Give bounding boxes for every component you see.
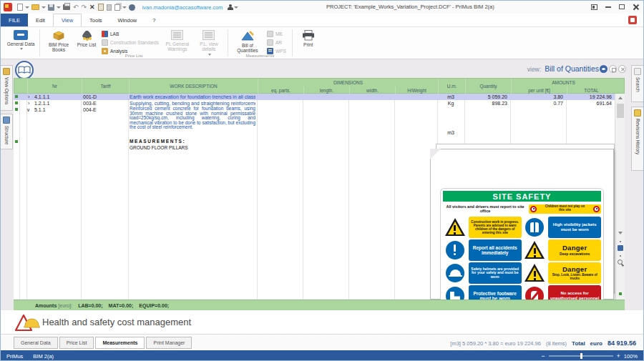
tab-view[interactable]: View bbox=[53, 14, 82, 27]
cell-tariff[interactable]: 001-D bbox=[83, 94, 125, 100]
cell-per-unit[interactable]: 3.80 bbox=[510, 94, 563, 100]
ar-button[interactable]: AR bbox=[267, 39, 286, 46]
copy-caret-icon[interactable] bbox=[122, 6, 127, 9]
view-window-icon[interactable] bbox=[609, 65, 617, 73]
zoom-in-icon[interactable]: + bbox=[617, 352, 620, 360]
new-document-caret-icon[interactable] bbox=[25, 6, 29, 9]
zoom-slider[interactable] bbox=[549, 355, 613, 357]
view-value[interactable]: Bill of Quantities bbox=[545, 64, 599, 73]
tab-help[interactable]: ? bbox=[145, 14, 163, 26]
row-expander-icon[interactable]: › bbox=[28, 100, 29, 107]
split-handle-icon[interactable] bbox=[620, 255, 621, 257]
redo-icon[interactable]: ↷ bbox=[82, 4, 87, 11]
document-page[interactable]: SITE SAFETY All visitors and drivers mus… bbox=[430, 149, 614, 300]
cut-icon[interactable]: ✕ bbox=[89, 4, 95, 11]
notification-icon[interactable] bbox=[628, 16, 637, 24]
cell-um[interactable]: m3 bbox=[437, 129, 464, 136]
split-handle-icon[interactable] bbox=[620, 241, 621, 242]
tab-general-data[interactable]: General Data bbox=[14, 337, 58, 349]
zoom-slider-thumb[interactable] bbox=[580, 353, 582, 359]
account-caret-icon[interactable] bbox=[234, 6, 238, 9]
scroll-down-icon[interactable] bbox=[617, 229, 624, 237]
print-button[interactable]: Print bbox=[296, 29, 321, 47]
row-marker-icon bbox=[15, 140, 18, 143]
view-close-icon[interactable] bbox=[618, 65, 626, 73]
bim-price-books-button[interactable]: BIM Price Books bbox=[43, 29, 74, 53]
user-account-icon[interactable] bbox=[227, 4, 233, 11]
cell-tariff[interactable]: 004-E bbox=[83, 107, 125, 113]
sidebar-tab-view-options[interactable]: View Options bbox=[1, 65, 13, 111]
row-expander-icon[interactable]: ∨ bbox=[26, 107, 30, 113]
view-controls bbox=[600, 65, 626, 73]
sidebar-tab-structure[interactable]: Structure bbox=[1, 114, 13, 149]
cell-total[interactable]: 19 224.96 bbox=[566, 94, 612, 100]
col-header-um[interactable]: U.m. bbox=[438, 79, 465, 94]
account-email[interactable]: ivan.madonia@accasoftware.com bbox=[142, 4, 223, 11]
cell-description[interactable]: Reinforced cement concrete for foundatio… bbox=[130, 107, 255, 130]
vertical-scrollbar[interactable] bbox=[615, 94, 625, 300]
tab-file[interactable]: FILE bbox=[1, 14, 28, 26]
cell-um[interactable]: Kg bbox=[437, 100, 464, 107]
price-list-button[interactable]: Price List bbox=[74, 29, 99, 47]
measurements-value[interactable]: GROUND FLOOR PILLARS bbox=[130, 145, 188, 150]
undo-icon[interactable]: ↶ bbox=[73, 4, 79, 11]
restore-icon[interactable] bbox=[619, 4, 625, 9]
row-expander-icon[interactable]: › bbox=[28, 94, 29, 100]
tab-tools[interactable]: Tools bbox=[82, 14, 110, 26]
cell-nr[interactable]: 4.1.1.1 bbox=[34, 94, 77, 100]
bim-price-books-icon bbox=[52, 30, 66, 41]
cell-quantity[interactable]: 5 059.20 bbox=[464, 94, 507, 100]
view-visibility-icon[interactable] bbox=[600, 65, 608, 73]
tab-window[interactable]: Window bbox=[110, 14, 145, 26]
sidebar-tab-revisions-history[interactable]: Revisions History bbox=[631, 107, 643, 171]
import-icon[interactable] bbox=[129, 4, 135, 11]
pl-general-warnings-button[interactable]: PL General Warnings bbox=[162, 29, 193, 52]
new-document-icon[interactable] bbox=[17, 4, 23, 11]
tab-edit[interactable]: Edit bbox=[28, 14, 53, 26]
cell-um[interactable]: m3 bbox=[437, 94, 464, 100]
lab-button[interactable]: LAB bbox=[102, 31, 159, 37]
save-icon[interactable] bbox=[48, 4, 54, 11]
minimize-icon[interactable] bbox=[605, 6, 611, 8]
open-folder-icon[interactable] bbox=[31, 4, 39, 10]
cell-nr[interactable]: 5.1.1 bbox=[34, 107, 77, 113]
price-book-icon[interactable] bbox=[15, 61, 34, 79]
safety-helmet-icon bbox=[443, 262, 467, 284]
bill-of-quantities-button[interactable]: Bill of Quantities bbox=[231, 29, 264, 54]
poster-note-row: All visitors and drivers must report to … bbox=[443, 202, 601, 215]
col-header-nr[interactable]: Nr bbox=[27, 79, 82, 94]
cell-per-unit[interactable]: 0.77 bbox=[510, 100, 563, 107]
cell-nr[interactable]: 1.2.1.1 bbox=[34, 100, 77, 107]
col-header-tariff[interactable]: Tariff bbox=[82, 79, 129, 94]
tab-price-list[interactable]: Price List bbox=[59, 337, 94, 349]
cell-description[interactable]: Earth work excavation for foundation tre… bbox=[130, 94, 255, 100]
open-folder-caret-icon[interactable] bbox=[42, 6, 46, 9]
mb-button[interactable]: MB bbox=[267, 31, 286, 37]
tab-measurements[interactable]: Measurements bbox=[95, 337, 145, 349]
cell-tariff[interactable]: 003-E bbox=[83, 100, 125, 107]
cell-quantity[interactable]: 898.23 bbox=[464, 100, 507, 107]
sidebar-tab-search[interactable]: Search bbox=[631, 65, 643, 102]
copy-icon[interactable] bbox=[114, 4, 120, 11]
scroll-up-icon[interactable] bbox=[617, 94, 624, 102]
pl-view-details-button[interactable]: P.L. view details bbox=[193, 29, 225, 56]
save-caret-icon[interactable] bbox=[57, 6, 61, 9]
zoom-tool-icon[interactable] bbox=[618, 259, 623, 264]
scrollbar-thumb[interactable] bbox=[617, 104, 624, 118]
col-header-quantity[interactable]: Quantity bbox=[465, 79, 511, 94]
quick-print-icon[interactable] bbox=[63, 4, 70, 10]
general-data-button[interactable]: General Data bbox=[5, 29, 36, 50]
pages-icon[interactable] bbox=[618, 245, 623, 251]
price-list-small-buttons: LAB Construction Standards Analysis bbox=[99, 29, 162, 54]
cell-total[interactable]: 691.64 bbox=[566, 100, 612, 107]
paste-icon[interactable] bbox=[98, 4, 104, 11]
construction-standards-button[interactable]: Construction Standards bbox=[102, 39, 159, 46]
col-header-work-description[interactable]: WORK DESCRIPTION bbox=[129, 79, 258, 94]
delete-icon[interactable] bbox=[107, 4, 112, 11]
ribbon-group-general: General Data bbox=[2, 27, 39, 59]
zoom-out-icon[interactable]: − bbox=[541, 352, 545, 360]
ribbon-options-icon[interactable] bbox=[591, 4, 597, 10]
view-options-icon bbox=[3, 68, 10, 75]
close-icon[interactable] bbox=[633, 4, 639, 10]
tab-print-manager[interactable]: Print Manager bbox=[146, 337, 192, 349]
